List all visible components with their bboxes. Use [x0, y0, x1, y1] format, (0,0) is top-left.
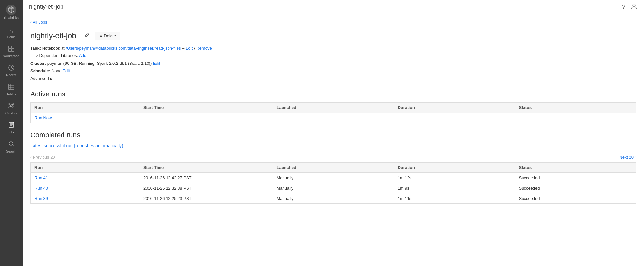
- advanced-arrow-icon: ▶: [50, 77, 53, 81]
- duration-cell: 1m 11s: [394, 193, 515, 203]
- task-notebook-path-link[interactable]: /Users/peyman@databricks.com/data-engine…: [66, 46, 181, 51]
- pagination-row: ‹ Previous 20 Next 20 ›: [30, 152, 636, 162]
- tables-icon: [8, 84, 14, 92]
- active-col-run: Run: [31, 102, 139, 113]
- completed-col-run: Run: [31, 162, 139, 172]
- help-icon[interactable]: ?: [622, 4, 625, 10]
- sidebar-item-tables[interactable]: Tables: [0, 80, 23, 99]
- brand-icon: [6, 5, 16, 15]
- dep-libraries-add-link[interactable]: Add: [79, 53, 86, 58]
- latest-successful-run-link[interactable]: Latest successful run (refreshes automat…: [30, 143, 123, 148]
- active-runs-title: Active runs: [30, 90, 636, 98]
- completed-runs-title: Completed runs: [30, 131, 636, 139]
- sidebar-item-clusters[interactable]: Clusters: [0, 99, 23, 118]
- schedule-edit-link[interactable]: Edit: [62, 68, 70, 73]
- run-link-cell: Run 40: [31, 183, 139, 193]
- home-icon: ⌂: [10, 28, 13, 34]
- bullet: ○: [35, 53, 39, 58]
- advanced-label: Advanced: [30, 76, 49, 81]
- svg-rect-4: [9, 46, 11, 48]
- sidebar-item-recent[interactable]: Recent: [0, 61, 23, 80]
- sidebar-item-workspace[interactable]: Workspace: [0, 42, 23, 61]
- completed-runs-table: Run Start Time Launched Duration Status …: [30, 162, 636, 204]
- task-row: Task: Notebook at /Users/peyman@databric…: [30, 44, 636, 52]
- svg-point-30: [633, 4, 635, 6]
- launched-cell: Manually: [273, 172, 394, 183]
- job-meta: Task: Notebook at /Users/peyman@databric…: [30, 44, 636, 82]
- dep-libraries-label: Dependent Libraries:: [39, 53, 78, 58]
- launched-cell: Manually: [273, 183, 394, 193]
- dependent-libraries-row: ○ Dependent Libraries: Add: [35, 52, 636, 59]
- recent-icon: [8, 64, 14, 73]
- completed-runs-header-row: Run Start Time Launched Duration Status: [31, 162, 636, 172]
- svg-point-17: [13, 103, 14, 105]
- svg-rect-7: [12, 49, 14, 51]
- sidebar-item-home[interactable]: ⌂ Home: [0, 25, 23, 42]
- start-time-cell: 2016-11-26 12:32:38 PST: [139, 183, 273, 193]
- start-time-cell: 2016-11-26 12:42:27 PST: [139, 172, 273, 183]
- active-col-launched: Launched: [273, 102, 394, 113]
- cluster-value: peyman (90 GB, Running, Spark 2.0.2-db1 …: [47, 61, 152, 66]
- status-cell: Succeeded: [515, 193, 636, 203]
- svg-line-23: [12, 106, 13, 107]
- start-time-cell: 2016-11-26 12:25:23 PST: [139, 193, 273, 203]
- svg-line-21: [12, 104, 13, 105]
- workspace-icon: [8, 45, 14, 54]
- task-notebook-label: Notebook at: [42, 46, 66, 51]
- cluster-label: Cluster:: [30, 61, 46, 66]
- sidebar-home-label: Home: [7, 35, 16, 39]
- active-runs-table: Run Start Time Launched Duration Status …: [30, 102, 636, 123]
- sidebar-tables-label: Tables: [7, 93, 16, 96]
- schedule-value: None: [52, 68, 62, 73]
- svg-point-28: [9, 142, 13, 145]
- table-row: Run 41 2016-11-26 12:42:27 PST Manually …: [31, 172, 636, 183]
- svg-line-20: [10, 104, 11, 105]
- active-col-duration: Duration: [394, 102, 515, 113]
- run-link-cell: Run 41: [31, 172, 139, 183]
- run-link-cell: Run 39: [31, 193, 139, 203]
- svg-line-29: [13, 145, 14, 147]
- completed-runs-tbody: Run 41 2016-11-26 12:42:27 PST Manually …: [31, 172, 636, 203]
- completed-col-status: Status: [515, 162, 636, 172]
- completed-col-launched: Launched: [273, 162, 394, 172]
- sidebar-recent-label: Recent: [6, 74, 16, 77]
- schedule-row: Schedule: None Edit: [30, 67, 636, 74]
- advanced-row[interactable]: Advanced ▶: [30, 75, 636, 82]
- sidebar-jobs-label: Jobs: [8, 131, 14, 134]
- run-now-link[interactable]: Run Now: [34, 115, 52, 120]
- run-link[interactable]: Run 40: [34, 186, 48, 191]
- sidebar: databricks ⌂ Home Workspace Recent: [0, 0, 23, 266]
- svg-rect-11: [9, 84, 14, 89]
- svg-point-16: [9, 103, 10, 105]
- back-link[interactable]: ‹ All Jobs: [30, 20, 47, 25]
- active-col-start: Start Time: [139, 102, 273, 113]
- sidebar-item-jobs[interactable]: Jobs: [0, 118, 23, 137]
- clusters-icon: [8, 103, 14, 111]
- svg-line-10: [11, 68, 13, 69]
- cluster-edit-link[interactable]: Edit: [153, 61, 160, 66]
- svg-point-19: [13, 107, 14, 108]
- run-link[interactable]: Run 41: [34, 175, 48, 180]
- main-area: nightly-etl-job ? ‹ All Jobs nightly-etl…: [23, 0, 644, 266]
- next-20-link[interactable]: Next 20 ›: [619, 155, 636, 160]
- sidebar-search-label: Search: [6, 150, 16, 153]
- task-remove-link[interactable]: Remove: [196, 46, 212, 51]
- table-row: Run 39 2016-11-26 12:25:23 PST Manually …: [31, 193, 636, 203]
- sidebar-item-search[interactable]: Search: [0, 137, 23, 156]
- job-edit-icon-button[interactable]: [82, 31, 92, 41]
- delete-button[interactable]: ✕ Delete: [95, 32, 120, 40]
- content-area: ‹ All Jobs nightly-etl-job ✕ Delete Task…: [23, 14, 644, 266]
- active-col-status: Status: [515, 102, 636, 113]
- user-icon[interactable]: [630, 3, 638, 11]
- svg-point-18: [9, 107, 10, 108]
- launched-cell: Manually: [273, 193, 394, 203]
- jobs-icon: [8, 122, 14, 130]
- schedule-label: Schedule:: [30, 68, 50, 73]
- task-edit-link[interactable]: Edit: [186, 46, 193, 51]
- run-link[interactable]: Run 39: [34, 196, 48, 201]
- svg-rect-6: [9, 49, 11, 51]
- active-runs-header-row: Run Start Time Launched Duration Status: [31, 102, 636, 113]
- duration-cell: 1m 9s: [394, 183, 515, 193]
- status-cell: Succeeded: [515, 172, 636, 183]
- task-separator: –: [182, 46, 186, 51]
